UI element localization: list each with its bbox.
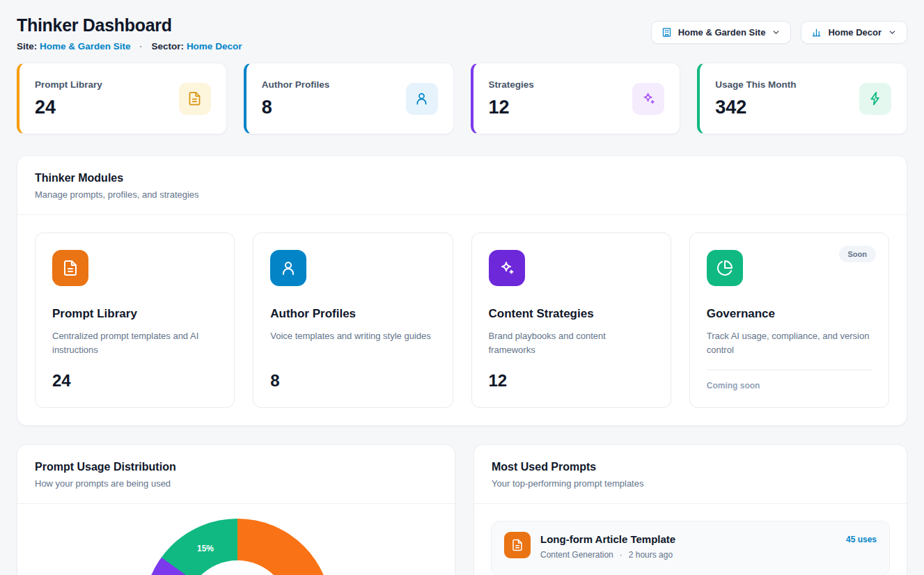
stat-card-author-profiles: Author Profiles 8 [244,63,454,134]
stat-label: Prompt Library [35,79,102,90]
prompt-list-item[interactable]: Long-form Article Template Content Gener… [491,521,890,575]
stat-value: 24 [35,97,102,118]
header-selectors: Home & Garden Site Home Decor [651,21,907,44]
module-card-prompt-library[interactable]: Prompt Library Centralized prompt templa… [35,233,235,408]
document-icon [179,83,211,115]
person-icon [406,83,438,115]
donut-chart [143,519,331,575]
modules-grid: Prompt Library Centralized prompt templa… [17,215,907,425]
module-count: 24 [52,371,217,391]
sparkle-icon [489,250,525,286]
prompt-time: 2 hours ago [629,550,673,560]
divider [707,370,872,370]
module-count: 8 [270,371,435,391]
page-title: Thinker Dashboard [17,15,242,36]
stat-value: 8 [262,97,330,118]
stat-label: Author Profiles [262,79,330,90]
thinker-modules-section: Thinker Modules Manage prompts, profiles… [17,155,907,426]
stat-text: Strategies 12 [489,79,534,118]
stat-text: Usage This Month 342 [715,79,796,118]
most-used-header: Most Used Prompts Your top-performing pr… [474,445,907,503]
prompt-uses-badge: 45 uses [846,532,877,544]
stat-value: 12 [489,97,534,118]
prompt-meta: Content Generation · 2 hours ago [540,550,836,560]
soon-badge: Soon [839,246,877,262]
stats-row: Prompt Library 24 Author Profiles 8 Stra… [17,63,907,134]
coming-soon-text: Coming soon [707,381,872,391]
bottom-row: Prompt Usage Distribution How your promp… [17,444,907,575]
most-used-subtitle: Your top-performing prompt templates [492,478,889,489]
divider [474,503,907,504]
module-description: Voice templates and writing style guides [270,329,435,343]
prompt-usage-panel: Prompt Usage Distribution How your promp… [17,444,455,575]
document-icon [504,532,531,558]
site-link[interactable]: Home & Garden Site [40,41,131,52]
stat-card-usage: Usage This Month 342 [697,63,907,134]
sector-link[interactable]: Home Decor [187,41,242,52]
lightning-icon [859,83,891,115]
module-title: Author Profiles [270,307,435,321]
sparkle-icon [632,83,664,115]
module-description: Track AI usage, compliance, and version … [707,329,872,357]
module-title: Governance [707,307,872,321]
donut-chart-area: 15% [17,504,455,575]
module-card-content-strategies[interactable]: Content Strategies Brand playbooks and c… [471,233,671,408]
most-used-title: Most Used Prompts [492,461,889,473]
module-description: Centralized prompt templates and AI inst… [52,329,217,357]
sector-selector-button[interactable]: Home Decor [801,21,907,44]
stat-label: Usage This Month [715,79,796,90]
module-description: Brand playbooks and content frameworks [489,329,654,357]
header: Thinker Dashboard Site: Home & Garden Si… [17,15,907,52]
stat-text: Prompt Library 24 [35,79,102,118]
chevron-down-icon [888,28,897,37]
usage-panel-header: Prompt Usage Distribution How your promp… [17,445,455,503]
sector-selector-label: Home Decor [828,27,882,38]
sector-label: Sector: [152,41,185,52]
donut-segment-label: 15% [197,544,214,553]
site-selector-button[interactable]: Home & Garden Site [651,21,792,44]
stat-label: Strategies [489,79,534,90]
bar-chart-icon [811,27,822,38]
stat-card-prompt-library: Prompt Library 24 [17,63,227,134]
modules-header: Thinker Modules Manage prompts, profiles… [17,156,907,214]
module-card-governance[interactable]: Soon Governance Track AI usage, complian… [689,233,889,408]
module-card-author-profiles[interactable]: Author Profiles Voice templates and writ… [253,233,453,408]
separator-dot: · [139,41,143,52]
prompt-category: Content Generation [540,550,613,560]
module-footer: Coming soon [707,370,872,391]
site-sector-line: Site: Home & Garden Site · Sector: Home … [17,41,242,52]
building-icon [661,27,672,38]
dashboard-page: Thinker Dashboard Site: Home & Garden Si… [0,0,924,575]
prompt-info: Long-form Article Template Content Gener… [540,532,836,560]
person-icon [270,250,306,286]
most-used-prompts-panel: Most Used Prompts Your top-performing pr… [473,444,907,575]
module-count: 12 [489,371,654,391]
prompt-title: Long-form Article Template [540,533,836,545]
module-title: Content Strategies [489,307,654,321]
usage-panel-subtitle: How your prompts are being used [35,478,437,489]
stat-text: Author Profiles 8 [262,79,330,118]
site-selector-label: Home & Garden Site [678,27,766,38]
modules-title: Thinker Modules [35,172,889,184]
site-label: Site: [17,41,37,52]
modules-subtitle: Manage prompts, profiles, and strategies [35,189,889,200]
module-title: Prompt Library [52,307,217,321]
chevron-down-icon [772,28,781,37]
stat-card-strategies: Strategies 12 [471,63,681,134]
usage-panel-title: Prompt Usage Distribution [35,461,437,473]
meta-dot: · [620,550,622,560]
document-icon [52,250,88,286]
header-left: Thinker Dashboard Site: Home & Garden Si… [17,15,242,52]
pie-chart-icon [707,250,743,286]
stat-value: 342 [715,97,796,118]
